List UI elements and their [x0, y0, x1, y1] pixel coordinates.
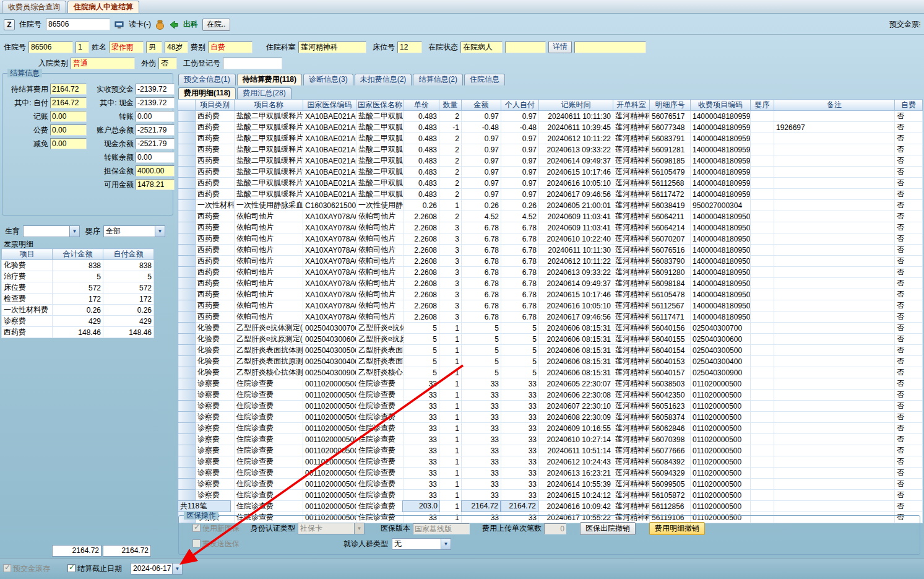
table-row[interactable]: 一次性材料费0.260.26: [2, 305, 154, 316]
row-selector[interactable]: [178, 479, 196, 490]
table-row[interactable]: 诊察费住院诊查费001102000050C住院诊查费33133332024061…: [178, 479, 923, 490]
table-row[interactable]: 西药费盐酸二甲双胍缓释片(XA10BAE021A01盐酸二甲双胍0.48320.…: [178, 167, 923, 178]
prepaid-rollover-checkbox[interactable]: [3, 564, 11, 572]
cancel-detail-button[interactable]: 费用明细撤销: [649, 522, 705, 535]
table-row[interactable]: 诊察费住院诊查费001102000050C住院诊查费33133332024060…: [178, 401, 923, 412]
column-header[interactable]: 国家医保编码: [303, 100, 356, 111]
row-selector[interactable]: [178, 300, 196, 311]
status-extra-field[interactable]: [505, 41, 546, 53]
tab-settlement-info[interactable]: 结算信息(2): [413, 74, 463, 85]
column-header[interactable]: 项目名称: [235, 100, 303, 111]
chevron-down-icon[interactable]: ▼: [155, 226, 165, 237]
table-row[interactable]: 化验费838838: [2, 260, 154, 271]
selfpay-field[interactable]: 2164.72: [50, 97, 87, 108]
row-selector[interactable]: [178, 189, 196, 200]
row-selector[interactable]: [178, 311, 196, 323]
admission-no-input[interactable]: 86506: [46, 19, 110, 30]
bed-field[interactable]: 12: [397, 41, 422, 53]
table-row[interactable]: 诊察费住院诊查费001102000050C住院诊查费33133332024060…: [178, 423, 923, 434]
column-header[interactable]: 收费项目编码: [691, 100, 751, 111]
column-header[interactable]: 婴序: [751, 100, 774, 111]
table-row[interactable]: 诊察费住院诊查费001102000050C住院诊查费33133332024061…: [178, 456, 923, 468]
tab-midway-settlement[interactable]: 住院病人中途结算: [67, 1, 139, 13]
table-row[interactable]: 西药费依帕司他片XA10XAY078A0C依帕司他片2.260824.524.5…: [178, 211, 923, 222]
table-row[interactable]: 西药费依帕司他片XA10XAY078A0C依帕司他片2.260836.786.7…: [178, 222, 923, 233]
column-header[interactable]: 项目类别: [196, 100, 235, 111]
credit-field[interactable]: 0.00: [50, 111, 87, 122]
column-header[interactable]: 自付金额: [103, 249, 154, 260]
column-header[interactable]: 开单科室: [613, 100, 650, 111]
table-row[interactable]: 治疗费55: [2, 271, 154, 282]
row-selector[interactable]: [178, 401, 196, 412]
cancel-discharge-button[interactable]: 医保出院撤销: [580, 522, 636, 535]
row-selector[interactable]: [178, 178, 196, 189]
column-header[interactable]: 项目: [2, 249, 53, 260]
admit-type-field[interactable]: 普通: [71, 58, 135, 69]
column-header[interactable]: 金额: [462, 100, 501, 111]
row-selector[interactable]: [178, 122, 196, 133]
row-selector[interactable]: [178, 378, 196, 390]
row-selector[interactable]: [178, 167, 196, 178]
prepaid-receipt-link[interactable]: 预交金票据: [889, 19, 920, 30]
cash-field[interactable]: -2139.72: [136, 97, 175, 108]
settle-deadline-checkbox[interactable]: [67, 564, 76, 572]
birth-combobox[interactable]: ▼: [23, 225, 80, 237]
available-field[interactable]: 1478.21: [136, 179, 175, 190]
table-row[interactable]: 西药费148.46148.46: [2, 327, 154, 338]
row-selector[interactable]: [178, 211, 196, 222]
tab-uncharged-info[interactable]: 未扣费信息(2): [355, 74, 412, 85]
column-header[interactable]: 合计金额: [53, 249, 103, 260]
in-hospital-button[interactable]: 在院..: [202, 19, 230, 31]
public-field[interactable]: 0.00: [50, 124, 87, 136]
row-selector[interactable]: [178, 334, 196, 345]
extra-field[interactable]: [574, 41, 646, 53]
table-row[interactable]: 化验费乙型肝炎表面抗原测定002504030040C乙型肝炎表面.5155202…: [178, 356, 923, 367]
column-header[interactable]: 备注: [774, 100, 895, 111]
row-selector[interactable]: [178, 423, 196, 434]
out-dept-button[interactable]: 出科: [183, 19, 198, 30]
received-field[interactable]: -2139.72: [136, 84, 175, 95]
chevron-down-icon[interactable]: ▼: [172, 564, 182, 574]
row-selector[interactable]: [178, 256, 196, 267]
chevron-down-icon[interactable]: ▼: [441, 539, 451, 549]
table-row[interactable]: 诊察费住院诊查费001102000050C住院诊查费33133332024061…: [178, 445, 923, 456]
table-row[interactable]: 西药费盐酸二甲双胍缓释片(XA10BAE021A01盐酸二甲双胍0.48320.…: [178, 178, 923, 189]
column-header[interactable]: 数量: [439, 100, 462, 111]
row-selector[interactable]: [178, 490, 196, 501]
resend-insurance-checkbox[interactable]: [192, 539, 201, 547]
table-row[interactable]: 西药费依帕司他片XA10XAY078A0C依帕司他片2.260836.786.7…: [178, 233, 923, 245]
z-menu-button[interactable]: Z: [4, 19, 15, 30]
id-auth-type-combobox[interactable]: 社保卡 ▼: [298, 523, 365, 534]
transfer-field[interactable]: 0.00: [136, 111, 175, 122]
column-header[interactable]: 单价: [404, 100, 439, 111]
table-row[interactable]: 西药费依帕司他片XA10XAY078A0C依帕司他片2.260836.786.7…: [178, 245, 923, 256]
work-injury-field[interactable]: [223, 58, 282, 69]
gender-field[interactable]: 男: [146, 41, 162, 53]
tab-cashier-query[interactable]: 收费员综合查询: [2, 1, 66, 13]
row-selector[interactable]: [178, 245, 196, 256]
table-row[interactable]: 西药费依帕司他片XA10XAY078A0C依帕司他片2.260836.786.7…: [178, 267, 923, 278]
table-row[interactable]: 化验费乙型肝炎核心抗体测定002504030090C乙型肝炎核心.5155202…: [178, 367, 923, 378]
row-selector[interactable]: [178, 144, 196, 155]
column-header[interactable]: 个人自付: [501, 100, 539, 111]
tab-fee-summary[interactable]: 费用汇总(28): [237, 87, 291, 99]
guarantee-field[interactable]: 4000.00: [136, 165, 175, 176]
detail-button[interactable]: 详情: [548, 41, 572, 53]
cash-balance-field[interactable]: -2521.79: [136, 138, 175, 149]
column-header[interactable]: 记账时间: [539, 100, 613, 111]
table-row[interactable]: 西药费依帕司他片XA10XAY078A0C依帕司他片2.260836.786.7…: [178, 311, 923, 323]
row-selector[interactable]: [178, 434, 196, 445]
column-header[interactable]: 自费: [895, 100, 923, 111]
row-selector[interactable]: [178, 456, 196, 468]
crowd-type-combobox[interactable]: 无 ▼: [392, 538, 451, 550]
row-selector[interactable]: [178, 390, 196, 401]
tab-prepaid-info[interactable]: 预交金信息(1): [178, 74, 236, 85]
tab-diagnosis-info[interactable]: 诊断信息(3): [303, 74, 353, 85]
table-row[interactable]: 一次性材料一次性使用静脉采血针C16030621500C一次性使用静.0.261…: [178, 200, 923, 211]
pending-field[interactable]: 2164.72: [50, 84, 87, 95]
column-header[interactable]: 明细序号: [650, 100, 691, 111]
row-selector[interactable]: [178, 356, 196, 367]
row-selector[interactable]: [178, 412, 196, 423]
row-selector[interactable]: [178, 345, 196, 356]
tab-admission-info[interactable]: 住院信息: [464, 74, 505, 85]
